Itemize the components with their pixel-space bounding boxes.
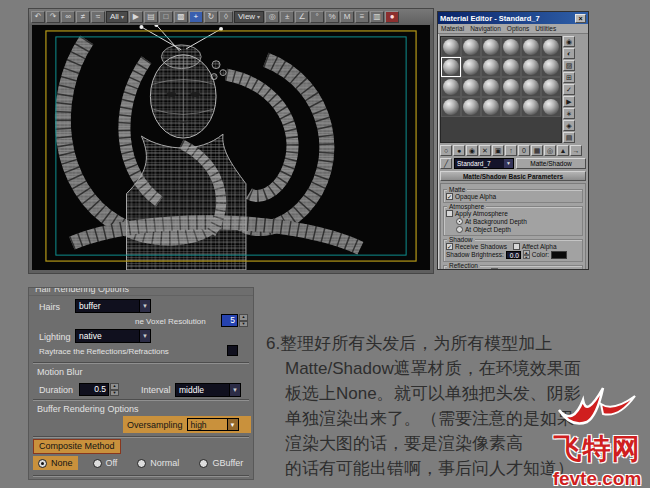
get-material-icon[interactable]: ○ <box>440 145 452 156</box>
material-slot[interactable] <box>521 97 541 117</box>
material-slot[interactable] <box>501 57 521 77</box>
material-slot[interactable] <box>521 37 541 57</box>
duration-field[interactable]: 0.5 <box>79 383 109 396</box>
affect-alpha-checkbox[interactable] <box>513 243 520 250</box>
material-slot[interactable] <box>461 57 481 77</box>
at-object-depth-radio[interactable] <box>456 226 463 233</box>
duration-spinner[interactable]: ▲▼ <box>110 383 119 396</box>
select-and-move-icon[interactable]: + <box>189 11 203 23</box>
assign-material-to-selection-icon[interactable]: ◉ <box>466 145 478 156</box>
unlink-selection-icon[interactable]: ≠ <box>76 11 90 23</box>
voxel-resolution-field[interactable]: 5 <box>221 314 238 327</box>
window-crossing-icon[interactable]: ▩ <box>174 11 188 23</box>
apply-atmosphere-checkbox[interactable] <box>446 210 453 217</box>
reflection-amount-spinner[interactable]: ▲▼ <box>491 268 498 270</box>
shadow-brightness-field[interactable]: 0.0 <box>506 251 521 259</box>
options-icon[interactable]: ∗ <box>563 108 575 119</box>
close-icon[interactable]: × <box>575 14 586 23</box>
material-slot[interactable] <box>481 77 501 97</box>
select-object-icon[interactable]: ▶ <box>129 11 143 23</box>
raytrace-checkbox[interactable] <box>227 345 238 356</box>
interval-dropdown[interactable]: middle ▼ <box>175 383 241 397</box>
background-icon[interactable]: ▨ <box>563 60 575 71</box>
redo-icon[interactable]: ↷ <box>46 11 60 23</box>
material-slot[interactable] <box>441 77 461 97</box>
select-by-material-icon[interactable]: ◈ <box>563 120 575 131</box>
material-slot[interactable] <box>441 57 461 77</box>
material-slot[interactable] <box>501 37 521 57</box>
material-id-channel-icon[interactable]: 0 <box>518 145 530 156</box>
go-forward-to-sibling-icon[interactable]: → <box>570 145 582 156</box>
reset-map-icon[interactable]: ✕ <box>479 145 491 156</box>
material-slot[interactable] <box>481 97 501 117</box>
composite-radio-gbuffer[interactable]: GBuffer <box>194 456 248 470</box>
mirror-icon[interactable]: M <box>340 11 354 23</box>
voxel-resolution-spinner[interactable]: ▲▼ <box>239 314 248 327</box>
material-slot[interactable] <box>461 97 481 117</box>
select-by-name-icon[interactable]: ▤ <box>144 11 158 23</box>
additive-reflection-checkbox[interactable] <box>500 269 507 270</box>
oversampling-dropdown[interactable]: high ▼ <box>187 418 239 431</box>
material-slot[interactable] <box>441 97 461 117</box>
material-slot[interactable] <box>481 37 501 57</box>
make-material-copy-icon[interactable]: ▣ <box>492 145 504 156</box>
material-slot[interactable] <box>541 97 561 117</box>
material-slot[interactable] <box>481 57 501 77</box>
bind-to-space-warp-icon[interactable]: ≈ <box>91 11 105 23</box>
material-slot[interactable] <box>521 77 541 97</box>
align-icon[interactable]: ≡ <box>355 11 369 23</box>
backlight-icon[interactable]: ◐ <box>563 48 575 59</box>
material-type-button[interactable]: Matte/Shadow <box>516 158 586 169</box>
material-slot[interactable] <box>541 77 561 97</box>
menu-utilities[interactable]: Utilities <box>535 25 556 32</box>
render-production-icon[interactable]: ● <box>385 11 399 23</box>
selection-region-icon[interactable]: □ <box>159 11 173 23</box>
material-editor-titlebar[interactable]: Material Editor - Standard_7 × <box>438 12 588 24</box>
shadow-brightness-spinner[interactable]: ▲▼ <box>523 250 530 259</box>
material-name-dropdown[interactable]: Standard_7 ▼ <box>454 158 514 169</box>
pick-material-from-object-icon[interactable]: ╱ <box>440 158 452 169</box>
composite-radio-off[interactable]: Off <box>88 456 123 470</box>
use-pivot-point-center-icon[interactable]: ◎ <box>265 11 279 23</box>
show-map-in-viewport-icon[interactable]: ▦ <box>531 145 543 156</box>
lighting-dropdown[interactable]: native ▼ <box>75 329 151 343</box>
composite-radio-normal[interactable]: Normal <box>132 456 184 470</box>
snaps-toggle-icon[interactable]: ∠ <box>295 11 309 23</box>
receive-shadows-checkbox[interactable] <box>446 243 453 250</box>
put-to-library-icon[interactable]: ↑ <box>505 145 517 156</box>
material-slot[interactable] <box>501 77 521 97</box>
material-slot[interactable] <box>441 37 461 57</box>
material-slot[interactable] <box>501 97 521 117</box>
put-material-to-scene-icon[interactable]: ● <box>453 145 465 156</box>
rollout-matte-shadow-parameters[interactable]: Matte/Shadow Basic Parameters <box>440 171 586 181</box>
video-color-check-icon[interactable]: ✓ <box>563 84 575 95</box>
select-and-rotate-icon[interactable]: ↻ <box>204 11 218 23</box>
make-preview-icon[interactable]: ▶ <box>563 96 575 107</box>
material-slot[interactable] <box>461 77 481 97</box>
composite-radio-none[interactable]: None <box>33 456 78 470</box>
reference-coordinate-system-dropdown[interactable]: View▾ <box>234 11 264 23</box>
show-end-result-icon[interactable]: ◎ <box>544 145 556 156</box>
material-map-navigator-icon[interactable]: ▤ <box>563 132 575 143</box>
at-background-depth-radio[interactable] <box>456 218 463 225</box>
opaque-alpha-checkbox[interactable] <box>446 193 453 200</box>
sample-uv-tiling-icon[interactable]: ⊞ <box>563 72 575 83</box>
material-slot[interactable] <box>521 57 541 77</box>
angle-snap-toggle-icon[interactable]: ° <box>310 11 324 23</box>
render-setup-icon[interactable]: ▥ <box>370 11 384 23</box>
go-to-parent-icon[interactable]: ▲ <box>557 145 569 156</box>
select-and-manipulate-icon[interactable]: ± <box>280 11 294 23</box>
sample-type-icon[interactable]: ◉ <box>563 36 575 47</box>
percent-snap-toggle-icon[interactable]: % <box>325 11 339 23</box>
hairs-dropdown[interactable]: buffer ▼ <box>75 299 151 313</box>
select-and-link-icon[interactable]: ∞ <box>61 11 75 23</box>
menu-navigation[interactable]: Navigation <box>470 25 501 32</box>
undo-icon[interactable]: ↶ <box>31 11 45 23</box>
menu-material[interactable]: Material <box>441 25 464 32</box>
menu-options[interactable]: Options <box>507 25 529 32</box>
shadow-color-swatch[interactable] <box>551 251 567 259</box>
material-slot[interactable] <box>541 37 561 57</box>
viewport-canvas[interactable] <box>32 25 430 270</box>
selection-filter-dropdown[interactable]: All▾ <box>106 11 128 23</box>
material-slot[interactable] <box>461 37 481 57</box>
